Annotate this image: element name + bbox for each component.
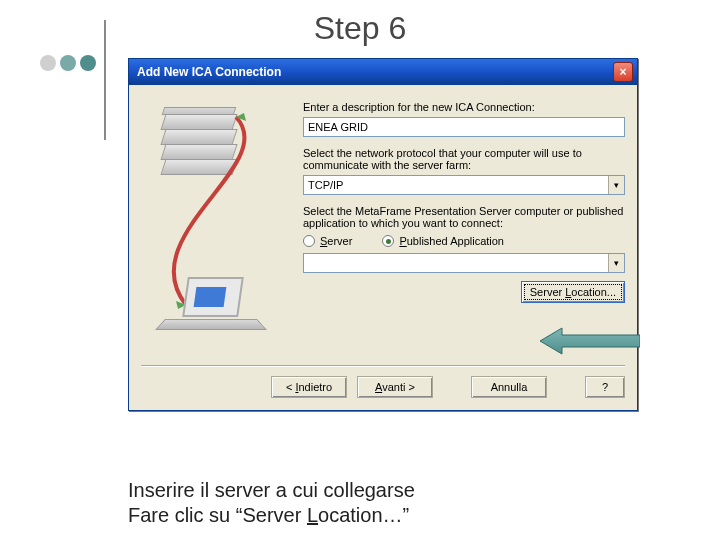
protocol-value: TCP/IP	[304, 179, 608, 191]
slide-title: Step 6	[0, 10, 720, 47]
dialog-add-ica-connection: Add New ICA Connection ×	[128, 58, 638, 411]
radio-published-application[interactable]: Published Application	[382, 235, 504, 247]
description-label: Enter a description for the new ICA Conn…	[303, 101, 625, 113]
dialog-button-row: < Indietro Avanti > Annulla ?	[129, 366, 637, 410]
radio-server-label: Server	[320, 235, 352, 247]
back-button[interactable]: < Indietro	[271, 376, 347, 398]
radio-pubapp-label: Published Application	[399, 235, 504, 247]
caption-line-2: Fare clic su “Server Location…”	[128, 503, 415, 528]
chevron-down-icon: ▾	[608, 254, 624, 272]
laptop-icon	[165, 277, 257, 333]
protocol-combobox[interactable]: TCP/IP ▾	[303, 175, 625, 195]
cancel-button[interactable]: Annulla	[471, 376, 547, 398]
radio-server[interactable]: Server	[303, 235, 352, 247]
close-button[interactable]: ×	[613, 62, 633, 82]
bullet-dot	[80, 55, 96, 71]
target-label: Select the MetaFrame Presentation Server…	[303, 205, 625, 229]
slide-caption: Inserire il server a cui collegarse Fare…	[128, 478, 415, 528]
slide-divider	[104, 20, 106, 140]
protocol-label: Select the network protocol that your co…	[303, 147, 625, 171]
dialog-fields: Enter a description for the new ICA Conn…	[303, 97, 625, 357]
caption-line-1: Inserire il server a cui collegarse	[128, 478, 415, 503]
chevron-down-icon: ▾	[608, 176, 624, 194]
help-button[interactable]: ?	[585, 376, 625, 398]
wizard-illustration	[141, 97, 291, 357]
slide-bullets	[40, 55, 96, 71]
next-label: Avanti >	[375, 381, 415, 393]
server-location-button[interactable]: Server Location...	[521, 281, 625, 303]
server-stack-icon	[163, 107, 235, 174]
bullet-dot	[40, 55, 56, 71]
dialog-title: Add New ICA Connection	[137, 65, 281, 79]
radio-icon	[303, 235, 315, 247]
titlebar[interactable]: Add New ICA Connection ×	[129, 59, 637, 85]
description-input[interactable]	[303, 117, 625, 137]
close-icon: ×	[619, 65, 626, 79]
target-combobox[interactable]: ▾	[303, 253, 625, 273]
radio-icon	[382, 235, 394, 247]
back-label: < Indietro	[286, 381, 332, 393]
server-location-label: Server Location...	[530, 286, 616, 298]
next-button[interactable]: Avanti >	[357, 376, 433, 398]
bullet-dot	[60, 55, 76, 71]
